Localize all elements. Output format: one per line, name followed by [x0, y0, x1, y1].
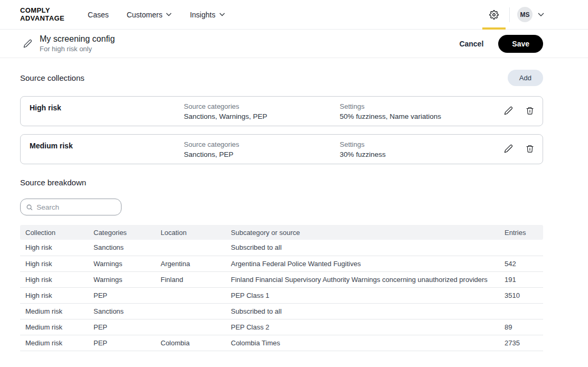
edit-collection-button[interactable] — [504, 106, 513, 115]
column-header-location: Location — [155, 225, 226, 240]
cell-entries: 3510 — [499, 287, 543, 303]
user-avatar[interactable]: MS — [517, 7, 533, 22]
pencil-icon — [504, 106, 513, 115]
card-actions — [504, 102, 534, 115]
cell-location — [155, 319, 226, 335]
cell-subcategory: Argentina Federal Police Wanted Fugitive… — [226, 256, 499, 271]
settings-value: 30% fuzziness — [340, 150, 504, 158]
delete-collection-button[interactable] — [526, 144, 534, 153]
cell-location: Finland — [155, 271, 226, 287]
collection-name: High risk — [30, 102, 184, 112]
active-tab-indicator — [482, 27, 506, 30]
top-nav: COMPLY ADVANTAGE Cases Customers Insight… — [0, 0, 588, 30]
table-row: High risk PEP PEP Class 1 3510 — [20, 287, 543, 303]
cancel-button[interactable]: Cancel — [459, 40, 483, 48]
table-body: High risk Sanctions Subscribed to all Hi… — [20, 240, 543, 351]
nav-right: MS — [482, 0, 544, 30]
collection-card-medium-risk: Medium risk Source categories Sanctions,… — [20, 134, 543, 164]
cell-subcategory: PEP Class 2 — [226, 319, 499, 335]
search-icon — [26, 203, 33, 211]
cell-subcategory: Colombia Times — [226, 335, 499, 351]
nav-item-insights[interactable]: Insights — [190, 11, 225, 19]
cell-entries: 89 — [499, 319, 543, 335]
categories-label: Source categories — [184, 140, 340, 148]
cell-entries: 2735 — [499, 335, 543, 351]
categories-value: Sanctions, Warnings, PEP — [184, 112, 340, 120]
main-content: Source collections Add High risk Source … — [20, 70, 543, 351]
column-header-collection: Collection — [20, 225, 88, 240]
cell-collection: Medium risk — [20, 319, 88, 335]
cell-categories: Sanctions — [88, 303, 155, 319]
page-title: My screening config — [40, 34, 115, 44]
source-breakdown-table: Collection Categories Location Subcatego… — [20, 225, 543, 351]
settings-label: Settings — [340, 140, 504, 148]
cell-entries — [499, 303, 543, 319]
delete-collection-button[interactable] — [526, 106, 534, 115]
collection-categories: Source categories Sanctions, Warnings, P… — [184, 102, 340, 120]
logo-line-1: COMPLY — [20, 7, 64, 14]
config-header: My screening config For high risk only C… — [0, 30, 588, 58]
cell-collection: Medium risk — [20, 335, 88, 351]
save-button[interactable]: Save — [498, 35, 543, 53]
cell-collection: Medium risk — [20, 303, 88, 319]
cell-location — [155, 287, 226, 303]
nav-item-label: Customers — [127, 11, 163, 19]
cell-categories: PEP — [88, 287, 155, 303]
cell-collection: High risk — [20, 271, 88, 287]
cell-collection: High risk — [20, 287, 88, 303]
table-row: Medium risk Sanctions Subscribed to all — [20, 303, 543, 319]
add-collection-button[interactable]: Add — [508, 70, 543, 86]
search-input[interactable] — [36, 203, 116, 211]
column-header-entries: Entries — [499, 225, 543, 240]
cell-categories: Sanctions — [88, 240, 155, 256]
table-row: High risk Warnings Argentina Argentina F… — [20, 256, 543, 271]
source-collections-header: Source collections Add — [20, 70, 543, 86]
nav-divider — [509, 7, 510, 22]
logo-line-2: ADVANTAGE — [20, 15, 64, 22]
cell-categories: PEP — [88, 335, 155, 351]
edit-title-icon[interactable] — [23, 39, 32, 48]
collection-name: Medium risk — [30, 140, 184, 150]
cell-entries — [499, 240, 543, 256]
cell-subcategory: Subscribed to all — [226, 240, 499, 256]
search-box[interactable] — [20, 199, 122, 215]
cell-subcategory: PEP Class 1 — [226, 287, 499, 303]
brand-logo[interactable]: COMPLY ADVANTAGE — [20, 7, 64, 22]
cell-collection: High risk — [20, 240, 88, 256]
settings-label: Settings — [340, 102, 504, 110]
table-header: Collection Categories Location Subcatego… — [20, 225, 543, 240]
table-row: Medium risk PEP PEP Class 2 89 — [20, 319, 543, 335]
table-row: High risk Sanctions Subscribed to all — [20, 240, 543, 256]
collection-settings: Settings 50% fuzziness, Name variations — [340, 102, 504, 120]
table-row: Medium risk PEP Colombia Colombia Times … — [20, 335, 543, 351]
table-row: High risk Warnings Finland Finland Finan… — [20, 271, 543, 287]
settings-nav[interactable] — [482, 0, 506, 30]
column-header-categories: Categories — [88, 225, 155, 240]
categories-label: Source categories — [184, 102, 340, 110]
table-header-row: Collection Categories Location Subcatego… — [20, 225, 543, 240]
title-block: My screening config For high risk only — [40, 34, 115, 53]
primary-nav: Cases Customers Insights — [88, 11, 225, 19]
nav-item-cases[interactable]: Cases — [88, 11, 109, 19]
pencil-icon — [504, 144, 513, 153]
column-header-subcategory: Subcategory or source — [226, 225, 499, 240]
source-breakdown-title: Source breakdown — [20, 178, 543, 187]
cell-location: Argentina — [155, 256, 226, 271]
user-menu-chevron-icon[interactable] — [538, 13, 544, 17]
cell-categories: PEP — [88, 319, 155, 335]
cell-location: Colombia — [155, 335, 226, 351]
gear-icon — [489, 10, 499, 20]
cell-categories: Warnings — [88, 271, 155, 287]
chevron-down-icon — [166, 13, 172, 16]
settings-value: 50% fuzziness, Name variations — [340, 112, 504, 120]
cell-entries: 191 — [499, 271, 543, 287]
nav-item-label: Insights — [190, 11, 215, 19]
cell-location — [155, 240, 226, 256]
cell-entries: 542 — [499, 256, 543, 271]
cell-categories: Warnings — [88, 256, 155, 271]
nav-item-customers[interactable]: Customers — [127, 11, 172, 19]
collection-card-high-risk: High risk Source categories Sanctions, W… — [20, 96, 543, 126]
nav-item-label: Cases — [88, 11, 109, 19]
collection-categories: Source categories Sanctions, PEP — [184, 140, 340, 158]
edit-collection-button[interactable] — [504, 144, 513, 153]
